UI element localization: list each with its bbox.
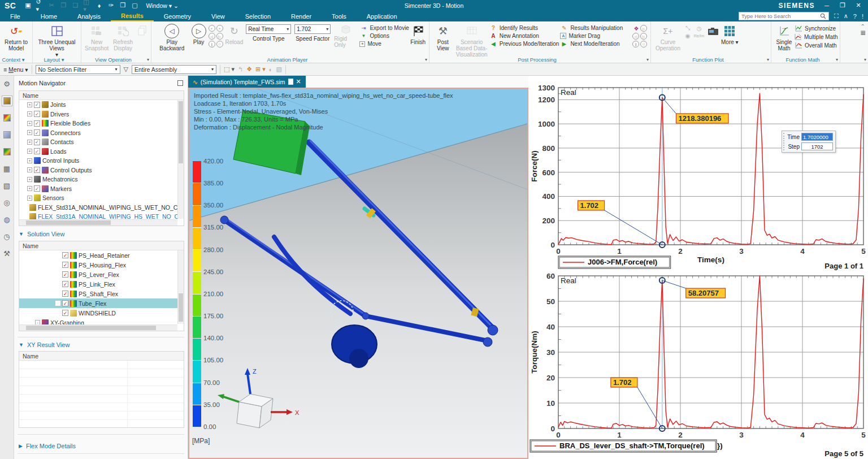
visibility-checkbox[interactable]: ✓ — [62, 300, 68, 306]
post-view-button[interactable]: ⚒ Post View — [432, 23, 454, 52]
visibility-checkbox[interactable]: ✓ — [34, 102, 40, 108]
export-to-movie-button[interactable]: ⇥ Export to Movie — [359, 25, 409, 31]
solution-row[interactable]: ✓ PS_Housing_Flex — [19, 260, 184, 270]
undo-icon[interactable]: ↺ ▾ — [36, 2, 44, 10]
expand-icon[interactable]: + — [27, 111, 32, 116]
ribbon-tab[interactable]: File — [0, 11, 31, 21]
solution-name-header[interactable]: Name — [19, 241, 184, 250]
save-icon[interactable]: ▣ — [24, 2, 32, 10]
pause-icon[interactable]: ∥ — [209, 41, 215, 47]
solution-row[interactable]: ✓ WINDSHIELD — [19, 308, 184, 318]
ribbon-tab[interactable]: Home — [31, 11, 67, 21]
close-button[interactable]: ✕ — [854, 2, 862, 9]
tree-row[interactable]: + ✓ Flexible Bodies — [19, 119, 184, 128]
snap-point-icon[interactable]: ↰ — [238, 66, 243, 73]
tree-vertical-scrollbar[interactable] — [177, 100, 184, 219]
expand-icon[interactable]: + — [27, 158, 32, 163]
visibility-checkbox[interactable]: ✓ — [34, 111, 40, 117]
expand-icon[interactable] — [55, 310, 60, 315]
control-type-select[interactable]: Real Time▾ — [246, 24, 291, 34]
expand-icon[interactable] — [55, 262, 60, 267]
copy-display-button[interactable] — [136, 23, 149, 40]
ribbon-tab[interactable]: Analysis — [67, 11, 111, 21]
color-layers-icon[interactable]: ❖ — [632, 25, 640, 32]
solution-view-header[interactable]: ▼Solution View — [14, 228, 188, 240]
post-navigator-icon[interactable] — [2, 112, 12, 123]
window-menu[interactable]: Window ▾ ⌄ — [146, 2, 178, 9]
expand-icon[interactable]: + — [27, 196, 32, 201]
window-layout-icon[interactable]: ▦ — [2, 163, 12, 174]
tree-row[interactable]: + ✓ Loads — [19, 147, 184, 157]
restore-button[interactable]: ❐ — [839, 2, 847, 9]
expand-icon[interactable] — [55, 301, 60, 306]
play-backward-button[interactable]: ◁ Play Backward — [154, 23, 190, 52]
show-plot-icon[interactable]: ◉ — [684, 33, 692, 39]
menu-button[interactable]: ≡ MMenuenu ▾ — [3, 66, 28, 73]
ribbon-overflow-icon[interactable]: ⌃▦ — [861, 23, 866, 36]
expand-icon[interactable] — [55, 282, 60, 287]
visibility-checkbox[interactable]: ✓ — [62, 262, 68, 268]
post-step-back-icon[interactable]: ◁ — [632, 33, 639, 40]
pause-recording-icon[interactable]: ◫ ▾ — [83, 2, 91, 10]
expand-icon[interactable] — [55, 272, 60, 277]
cut-icon[interactable]: ✂ — [47, 2, 55, 10]
ribbon-tab[interactable]: Geometry — [154, 11, 201, 21]
results-manipulation-button[interactable]: ✎ Results Manipulation — [560, 25, 631, 31]
post-stop-icon[interactable]: □ — [640, 41, 647, 47]
gear-icon[interactable]: ⚙ — [2, 79, 12, 89]
cascade-windows-icon[interactable]: ❒ — [119, 2, 127, 10]
tree-row[interactable]: + ✓ Markers — [19, 184, 184, 194]
xy-empty-row[interactable] — [19, 395, 184, 403]
alert-icon[interactable]: ! — [862, 13, 863, 20]
visibility-checkbox[interactable]: ✓ — [34, 185, 40, 192]
step-input[interactable]: 1702 — [801, 142, 833, 150]
expand-icon[interactable]: + — [27, 102, 32, 107]
visibility-checkbox[interactable]: ✓ — [34, 120, 40, 127]
visibility-checkbox[interactable]: ✓ — [34, 167, 40, 173]
rigid-only-toggle[interactable]: Rigid Only — [332, 23, 359, 49]
expand-icon[interactable]: + — [27, 177, 32, 182]
fullscreen-icon[interactable]: ⛶ — [834, 12, 839, 20]
solution-row[interactable]: ✓ PS_Shaft_Flex — [19, 289, 184, 298]
ribbon-tab[interactable]: Application — [357, 11, 407, 21]
solution-row[interactable]: ✓ Tube_Flex — [19, 298, 184, 308]
return-to-model-button[interactable]: ↺▰ Return to Model — [2, 23, 30, 52]
reload-button[interactable]: ↻ Reload — [224, 23, 245, 46]
expand-icon[interactable]: + — [27, 149, 32, 154]
finish-button[interactable]: Finish — [409, 23, 427, 46]
flex-mode-details-header[interactable]: ▶Flex Mode Details — [14, 440, 188, 452]
ribbon-tab[interactable]: Selection — [235, 11, 281, 21]
refresh-display-button[interactable]: Refresh Display — [110, 23, 136, 52]
solution-vertical-scrollbar[interactable] — [177, 250, 184, 324]
tree-row[interactable]: + ✓ Mechatronics — [19, 175, 184, 184]
expand-icon[interactable]: + — [27, 130, 32, 135]
step-back-icon[interactable]: ◁ — [209, 33, 215, 40]
history-icon[interactable]: ◷ — [2, 231, 12, 242]
xy-empty-row[interactable] — [19, 420, 184, 428]
select-box-icon[interactable]: ⬚ ▾ — [224, 66, 235, 73]
tree-row[interactable]: + ✓ Contacts — [19, 137, 184, 147]
xy-empty-row[interactable] — [19, 369, 184, 378]
expand-icon[interactable]: + — [27, 121, 32, 126]
visibility-checkbox[interactable]: ✓ — [62, 291, 68, 297]
ribbon-tab[interactable]: Results — [111, 11, 154, 21]
tree-horizontal-scrollbar[interactable] — [19, 219, 177, 226]
visibility-checkbox[interactable]: ✓ — [62, 281, 68, 287]
paste-icon[interactable]: ❏ — [71, 2, 79, 10]
expand-icon[interactable]: + — [27, 167, 32, 172]
solution-row[interactable]: ✓ PS_Link_Flex — [19, 279, 184, 289]
xy-function-navigator-icon[interactable] — [2, 146, 12, 157]
speed-factor-select[interactable]: 1.702▾ — [294, 24, 331, 34]
visibility-checkbox[interactable]: ✓ — [34, 148, 40, 154]
expand-icon[interactable] — [55, 291, 60, 296]
motion-navigator-icon[interactable] — [2, 96, 12, 106]
skip-end-icon[interactable]: » — [216, 25, 223, 32]
command-search[interactable] — [739, 12, 829, 20]
tooltip-grip[interactable] — [783, 133, 785, 150]
options-button[interactable]: ▼ Options — [359, 33, 409, 39]
single-math-button[interactable]: −+ Single Math — [774, 23, 795, 52]
filter-icon[interactable]: ▽ — [124, 66, 128, 73]
touch-mode-icon[interactable]: ✑ — [107, 2, 115, 10]
close-tab-icon[interactable]: ✕ — [296, 78, 301, 85]
xy-empty-row[interactable] — [19, 361, 184, 369]
